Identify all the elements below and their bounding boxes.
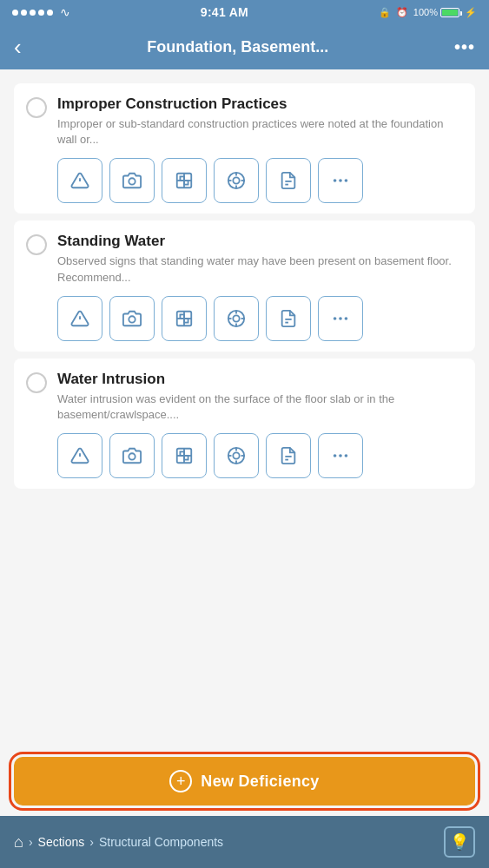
warning-button-1[interactable] xyxy=(57,158,102,203)
deficiency-desc-3: Water intrusion was evident on the surfa… xyxy=(57,391,463,423)
deficiency-desc-2: Observed signs that standing water may h… xyxy=(57,253,463,285)
gallery-button-1[interactable] xyxy=(162,158,207,203)
nav-title: Foundation, Basement... xyxy=(22,38,454,56)
svg-point-55 xyxy=(339,454,342,457)
breadcrumb-sections[interactable]: Sections xyxy=(38,835,85,849)
signal-dot-4 xyxy=(38,10,44,16)
breadcrumb-sep-1: › xyxy=(29,835,33,849)
signal-dot-3 xyxy=(30,10,36,16)
target-button-3[interactable] xyxy=(214,433,259,478)
deficiency-item-improper-construction: Improper Construction Practices Improper… xyxy=(14,83,475,214)
svg-point-56 xyxy=(345,454,348,457)
plus-circle-icon: + xyxy=(169,770,192,792)
camera-button-1[interactable] xyxy=(109,158,155,203)
warning-button-2[interactable] xyxy=(57,296,102,341)
document-button-3[interactable] xyxy=(266,433,311,478)
nav-bar: ‹ Foundation, Basement... ••• xyxy=(0,24,489,69)
svg-point-28 xyxy=(233,315,239,321)
action-buttons-3 xyxy=(57,433,463,478)
deficiency-item-standing-water: Standing Water Observed signs that stand… xyxy=(14,220,475,351)
more-options-button-3[interactable] xyxy=(318,433,363,478)
status-time: 9:41 AM xyxy=(201,5,248,19)
status-bar: ∿ 9:41 AM 🔒 ⏰ 100% ⚡ xyxy=(0,0,489,24)
deficiency-item-water-intrusion: Water Intrusion Water intrusion was evid… xyxy=(14,358,475,489)
signal-dot-2 xyxy=(21,10,27,16)
deficiency-title-1: Improper Construction Practices xyxy=(57,95,463,113)
home-icon[interactable]: ⌂ xyxy=(14,833,23,852)
deficiency-body-2: Standing Water Observed signs that stand… xyxy=(57,233,463,340)
document-button-1[interactable] xyxy=(266,158,311,203)
signal-dot-5 xyxy=(47,10,53,16)
target-button-2[interactable] xyxy=(214,296,259,341)
main-content: Improper Construction Practices Improper… xyxy=(0,69,489,746)
svg-point-18 xyxy=(345,180,348,183)
status-left: ∿ xyxy=(12,5,70,19)
radio-water-intrusion[interactable] xyxy=(26,372,47,393)
battery: 100% ⚡ xyxy=(413,7,477,18)
signal-dot-1 xyxy=(12,10,18,16)
svg-point-37 xyxy=(345,317,348,320)
radio-standing-water[interactable] xyxy=(26,234,47,255)
warning-button-3[interactable] xyxy=(57,433,102,478)
breadcrumb: ⌂ › Sections › Structural Components xyxy=(14,833,437,852)
svg-point-21 xyxy=(129,316,135,322)
battery-icon xyxy=(440,8,462,17)
breadcrumb-sep-2: › xyxy=(89,835,94,849)
alarm-icon: ⏰ xyxy=(396,7,408,18)
radio-improper-construction[interactable] xyxy=(26,97,47,118)
svg-point-36 xyxy=(339,317,342,320)
target-button-1[interactable] xyxy=(214,158,259,203)
deficiency-title-2: Standing Water xyxy=(57,233,463,250)
camera-button-3[interactable] xyxy=(109,433,155,478)
wifi-icon: ∿ xyxy=(60,5,70,19)
action-buttons-1 xyxy=(57,158,463,203)
deficiency-title-3: Water Intrusion xyxy=(57,371,463,388)
document-button-2[interactable] xyxy=(266,296,311,341)
new-deficiency-button[interactable]: + New Deficiency xyxy=(14,757,475,806)
status-right: 🔒 ⏰ 100% ⚡ xyxy=(379,7,477,18)
deficiency-body-1: Improper Construction Practices Improper… xyxy=(57,95,463,203)
new-deficiency-wrapper: + New Deficiency xyxy=(0,746,489,816)
more-options-button-2[interactable] xyxy=(318,296,363,341)
gallery-button-3[interactable] xyxy=(162,433,207,478)
new-deficiency-label: New Deficiency xyxy=(201,773,319,791)
bottom-bar: ⌂ › Sections › Structural Components 💡 xyxy=(0,816,489,868)
deficiency-body-3: Water Intrusion Water intrusion was evid… xyxy=(57,371,463,478)
more-button[interactable]: ••• xyxy=(454,37,475,57)
signal-dots xyxy=(12,10,53,16)
svg-point-16 xyxy=(334,180,337,183)
action-buttons-2 xyxy=(57,296,463,341)
svg-point-47 xyxy=(233,452,239,458)
deficiency-desc-1: Improper or sub-standard construction pr… xyxy=(57,116,463,148)
gallery-button-2[interactable] xyxy=(162,296,207,341)
breadcrumb-structural-components: Structural Components xyxy=(99,835,223,849)
lock-icon: 🔒 xyxy=(379,7,391,18)
more-options-button-1[interactable] xyxy=(318,158,363,203)
svg-point-2 xyxy=(129,179,135,185)
svg-point-35 xyxy=(334,317,337,320)
charging-icon: ⚡ xyxy=(465,7,477,18)
battery-pct: 100% xyxy=(413,7,438,17)
back-button[interactable]: ‹ xyxy=(14,36,22,58)
svg-point-40 xyxy=(129,453,135,459)
svg-point-17 xyxy=(339,180,342,183)
lightbulb-icon: 💡 xyxy=(450,832,469,852)
camera-button-2[interactable] xyxy=(109,296,155,341)
svg-point-9 xyxy=(233,178,239,184)
svg-point-54 xyxy=(334,454,337,457)
lightbulb-button[interactable]: 💡 xyxy=(444,826,475,858)
